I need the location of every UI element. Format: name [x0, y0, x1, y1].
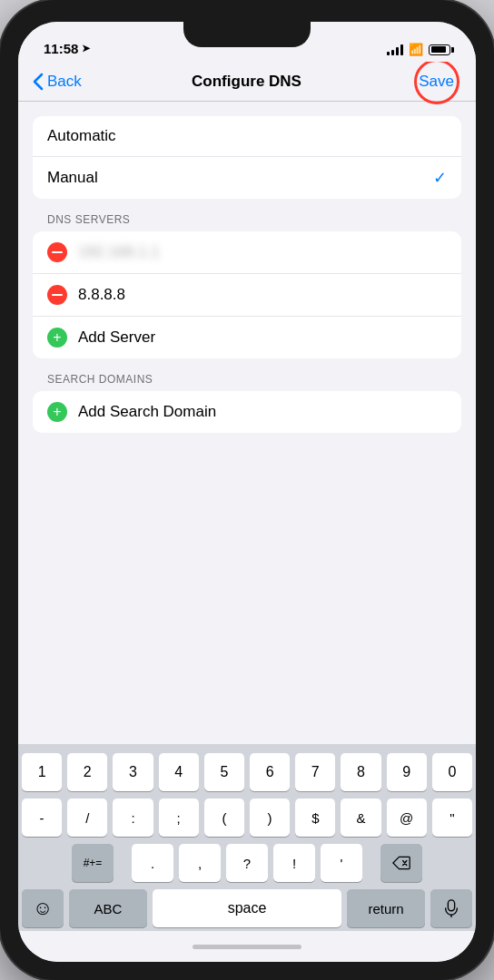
key-return[interactable]: return — [347, 889, 425, 927]
key-minus[interactable]: - — [22, 799, 62, 837]
battery-fill — [431, 46, 446, 53]
signal-bars-icon — [387, 44, 403, 55]
bottom-bar — [18, 931, 476, 962]
save-button-wrapper: Save — [411, 73, 461, 91]
key-dollar[interactable]: $ — [295, 799, 335, 837]
mic-icon — [444, 899, 459, 917]
mode-row-manual[interactable]: Manual ✓ — [33, 157, 461, 199]
dns-server-2-value: 8.8.8.8 — [78, 286, 125, 304]
key-open-paren[interactable]: ( — [204, 799, 244, 837]
notch — [183, 22, 311, 47]
key-1[interactable]: 1 — [22, 753, 62, 791]
checkmark-icon: ✓ — [433, 168, 447, 188]
keyboard: 1 2 3 4 5 6 7 8 9 0 - / : ; ( ) $ & — [18, 744, 476, 931]
key-mic[interactable] — [430, 889, 472, 927]
phone-frame: 11:58 ➤ 📶 B — [0, 0, 494, 980]
key-emoji[interactable]: ☺ — [22, 889, 64, 927]
back-button[interactable]: Back — [33, 73, 82, 91]
content-area: Automatic Manual ✓ DNS SERVERS 192.168.1… — [18, 102, 476, 744]
key-apostrophe[interactable]: ' — [321, 844, 362, 882]
mode-row-automatic[interactable]: Automatic — [33, 116, 461, 157]
keyboard-row-numbers: 1 2 3 4 5 6 7 8 9 0 — [22, 753, 472, 791]
battery-icon — [429, 44, 450, 55]
dns-server-row-2: 8.8.8.8 — [33, 274, 461, 317]
time-label: 11:58 — [44, 41, 78, 56]
key-semicolon[interactable]: ; — [159, 799, 199, 837]
dns-servers-list: 192.168.1.1 8.8.8.8 Add Server — [33, 231, 461, 358]
mode-automatic-label: Automatic — [47, 127, 116, 145]
key-6[interactable]: 6 — [250, 753, 290, 791]
key-5[interactable]: 5 — [204, 753, 244, 791]
search-domains-list: Add Search Domain — [33, 391, 461, 433]
dns-servers-section-label: DNS SERVERS — [18, 199, 476, 231]
mode-section: Automatic Manual ✓ — [33, 116, 461, 199]
keyboard-row-misc: #+= . , ? ! ' — [22, 844, 472, 882]
add-server-plus-icon — [47, 328, 67, 348]
add-search-domain-label: Add Search Domain — [78, 403, 216, 421]
add-search-domain-row[interactable]: Add Search Domain — [33, 391, 461, 433]
key-delete[interactable] — [380, 844, 422, 882]
key-ampersand[interactable]: & — [341, 799, 380, 837]
nav-bar: Back Configure DNS Save — [18, 62, 476, 102]
key-8[interactable]: 8 — [341, 753, 380, 791]
key-comma[interactable]: , — [179, 844, 221, 882]
svg-rect-0 — [448, 900, 454, 911]
dns-server-row-1: 192.168.1.1 — [33, 231, 461, 274]
home-indicator — [193, 945, 301, 949]
add-server-label: Add Server — [78, 328, 155, 347]
key-7[interactable]: 7 — [295, 753, 335, 791]
key-question[interactable]: ? — [226, 844, 268, 882]
key-quote[interactable]: " — [432, 799, 472, 837]
phone-screen: 11:58 ➤ 📶 B — [18, 22, 476, 962]
mode-manual-label: Manual — [47, 169, 98, 187]
key-close-paren[interactable]: ) — [250, 799, 290, 837]
page-title: Configure DNS — [192, 73, 301, 91]
delete-server-1-button[interactable] — [47, 242, 67, 262]
key-period[interactable]: . — [132, 844, 173, 882]
save-button[interactable]: Save — [411, 69, 461, 93]
key-0[interactable]: 0 — [432, 753, 472, 791]
key-hashplus[interactable]: #+= — [72, 844, 114, 882]
chevron-left-icon — [33, 73, 44, 91]
key-colon[interactable]: : — [113, 799, 153, 837]
key-3[interactable]: 3 — [113, 753, 153, 791]
status-time: 11:58 ➤ — [44, 41, 90, 56]
key-abc[interactable]: ABC — [69, 889, 147, 927]
keyboard-row-symbols: - / : ; ( ) $ & @ " — [22, 799, 472, 837]
location-arrow-icon: ➤ — [82, 43, 90, 54]
add-server-row[interactable]: Add Server — [33, 317, 461, 358]
key-2[interactable]: 2 — [67, 753, 107, 791]
back-label: Back — [47, 73, 82, 91]
dns-server-1-value: 192.168.1.1 — [78, 243, 160, 261]
wifi-icon: 📶 — [409, 43, 423, 56]
key-space[interactable]: space — [153, 889, 341, 927]
key-exclamation[interactable]: ! — [273, 844, 315, 882]
key-slash[interactable]: / — [67, 799, 107, 837]
key-4[interactable]: 4 — [159, 753, 199, 791]
keyboard-row-bottom: ☺ ABC space return — [22, 889, 472, 927]
key-9[interactable]: 9 — [387, 753, 427, 791]
delete-icon — [392, 856, 410, 870]
key-at[interactable]: @ — [387, 799, 427, 837]
status-icons: 📶 — [387, 43, 450, 56]
add-search-domain-plus-icon — [47, 402, 67, 422]
delete-server-2-button[interactable] — [47, 285, 67, 305]
search-domains-section-label: SEARCH DOMAINS — [18, 358, 476, 391]
